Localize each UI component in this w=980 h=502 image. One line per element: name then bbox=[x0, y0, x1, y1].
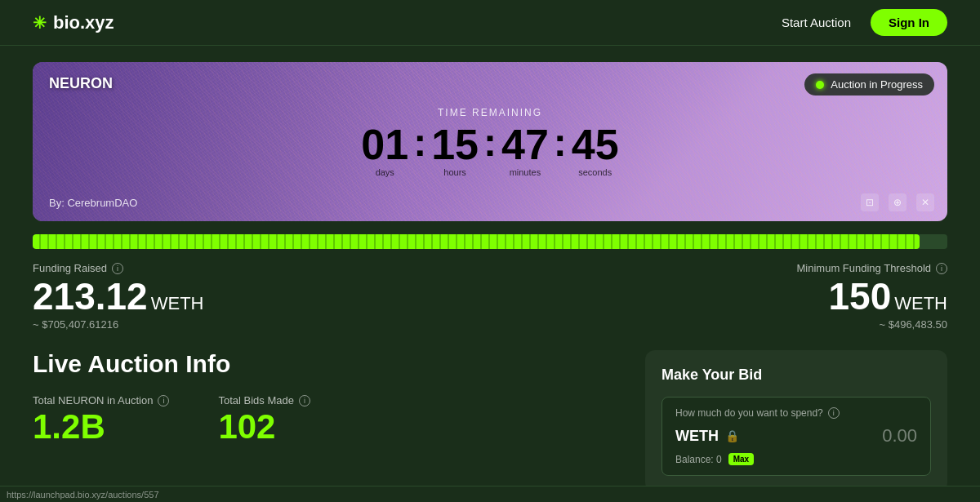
countdown-days: 01 days bbox=[361, 123, 408, 177]
stat-neuron-info-icon[interactable]: i bbox=[158, 395, 169, 406]
countdown-hours: 15 hours bbox=[431, 123, 479, 177]
auction-status-badge: Auction in Progress bbox=[804, 73, 934, 96]
header: ✳ bio.xyz Start Auction Sign In bbox=[0, 0, 980, 46]
bottom-row: Live Auction Info Total NEURON in Auctio… bbox=[33, 350, 947, 492]
funding-threshold-info-icon[interactable]: i bbox=[936, 263, 947, 274]
banner-footer: By: CerebrumDAO ⊡ ⊕ ✕ bbox=[49, 193, 934, 211]
funding-threshold-amount: 150WETH bbox=[797, 278, 948, 315]
countdown-seconds: 45 seconds bbox=[572, 123, 619, 177]
countdown-digits: 01 days : 15 hours : 47 minutes : 45 sec… bbox=[361, 123, 618, 177]
discord-icon[interactable]: ⊡ bbox=[861, 193, 879, 211]
bid-amount[interactable]: 0.00 bbox=[882, 425, 917, 446]
bid-input-info-icon[interactable]: i bbox=[828, 407, 840, 419]
stat-bids-value: 102 bbox=[218, 410, 310, 444]
banner-by-label: By: CerebrumDAO bbox=[49, 197, 137, 209]
countdown-colon-3: : bbox=[552, 123, 568, 162]
bid-balance-label: Balance: 0 bbox=[675, 454, 722, 465]
countdown-hours-value: 15 bbox=[431, 123, 479, 166]
bid-panel: Make Your Bid How much do you want to sp… bbox=[645, 350, 947, 492]
countdown-seconds-value: 45 bbox=[572, 123, 619, 166]
stat-neuron-label: Total NEURON in Auction i bbox=[33, 394, 169, 406]
max-button[interactable]: Max bbox=[728, 453, 754, 465]
logo: ✳ bio.xyz bbox=[33, 12, 114, 33]
stat-bids-info-icon[interactable]: i bbox=[299, 395, 310, 406]
auction-stats-row: Total NEURON in Auction i 1.2B Total Bid… bbox=[33, 394, 626, 444]
status-bar: https://launchpad.bio.xyz/auctions/557 bbox=[0, 486, 980, 502]
bid-input-label: How much do you want to spend? i bbox=[675, 407, 917, 419]
progress-bar-container bbox=[33, 234, 947, 249]
countdown-minutes-label: minutes bbox=[510, 167, 541, 177]
funding-threshold-usd: ~ $496,483.50 bbox=[797, 318, 948, 331]
banner-social: ⊡ ⊕ ✕ bbox=[861, 193, 934, 211]
funding-raised-info-icon[interactable]: i bbox=[112, 263, 123, 274]
live-auction-info: Live Auction Info Total NEURON in Auctio… bbox=[33, 350, 626, 492]
header-nav: Start Auction Sign In bbox=[782, 9, 947, 36]
stat-neuron-in-auction: Total NEURON in Auction i 1.2B bbox=[33, 394, 169, 444]
countdown-seconds-label: seconds bbox=[578, 167, 612, 177]
funding-raised-label: Funding Raised i bbox=[33, 262, 203, 274]
stat-neuron-value: 1.2B bbox=[33, 410, 169, 444]
bid-currency-row: WETH 🔒 0.00 bbox=[675, 425, 917, 446]
bid-input-container[interactable]: How much do you want to spend? i WETH 🔒 … bbox=[662, 397, 931, 476]
funding-raised-amount: 213.12WETH bbox=[33, 278, 203, 315]
countdown-colon-2: : bbox=[482, 123, 498, 162]
countdown-minutes-value: 47 bbox=[501, 123, 549, 166]
countdown-minutes: 47 minutes bbox=[501, 123, 549, 177]
live-auction-title: Live Auction Info bbox=[33, 350, 626, 378]
bid-panel-title: Make Your Bid bbox=[662, 367, 931, 384]
funding-stats: Funding Raised i 213.12WETH ~ $705,407.6… bbox=[33, 262, 947, 331]
bid-currency-name: WETH bbox=[675, 428, 719, 445]
status-bar-url: https://launchpad.bio.xyz/auctions/557 bbox=[7, 490, 159, 500]
countdown-colon-1: : bbox=[412, 123, 428, 162]
bid-currency: WETH 🔒 bbox=[675, 428, 739, 445]
logo-icon: ✳ bbox=[33, 13, 47, 33]
funding-raised-usd: ~ $705,407.61216 bbox=[33, 318, 203, 331]
stat-bids-label: Total Bids Made i bbox=[218, 394, 310, 406]
bid-balance-row: Balance: 0 Max bbox=[675, 453, 917, 465]
main-content: NEURON Auction in Progress TIME REMAININ… bbox=[0, 46, 980, 502]
project-name: NEURON bbox=[49, 75, 113, 92]
logo-text: bio.xyz bbox=[53, 12, 114, 33]
countdown-days-value: 01 bbox=[361, 123, 408, 166]
start-auction-link[interactable]: Start Auction bbox=[782, 16, 851, 29]
status-badge-text: Auction in Progress bbox=[831, 78, 923, 91]
countdown-hours-label: hours bbox=[443, 167, 466, 177]
progress-bar-fill bbox=[33, 234, 920, 249]
twitter-icon[interactable]: ✕ bbox=[916, 193, 934, 211]
website-icon[interactable]: ⊕ bbox=[889, 193, 906, 211]
sign-in-button[interactable]: Sign In bbox=[871, 9, 947, 36]
countdown-container: TIME REMAINING 01 days : 15 hours : 47 m… bbox=[361, 107, 618, 177]
status-dot bbox=[816, 81, 824, 89]
countdown-days-label: days bbox=[376, 167, 394, 177]
auction-banner: NEURON Auction in Progress TIME REMAININ… bbox=[33, 62, 947, 221]
funding-raised-section: Funding Raised i 213.12WETH ~ $705,407.6… bbox=[33, 262, 203, 331]
time-remaining-label: TIME REMAINING bbox=[361, 107, 618, 118]
lock-icon: 🔒 bbox=[725, 429, 739, 442]
funding-threshold-section: Minimum Funding Threshold i 150WETH ~ $4… bbox=[797, 262, 948, 331]
funding-threshold-label: Minimum Funding Threshold i bbox=[797, 262, 948, 274]
stat-bids-made: Total Bids Made i 102 bbox=[218, 394, 310, 444]
